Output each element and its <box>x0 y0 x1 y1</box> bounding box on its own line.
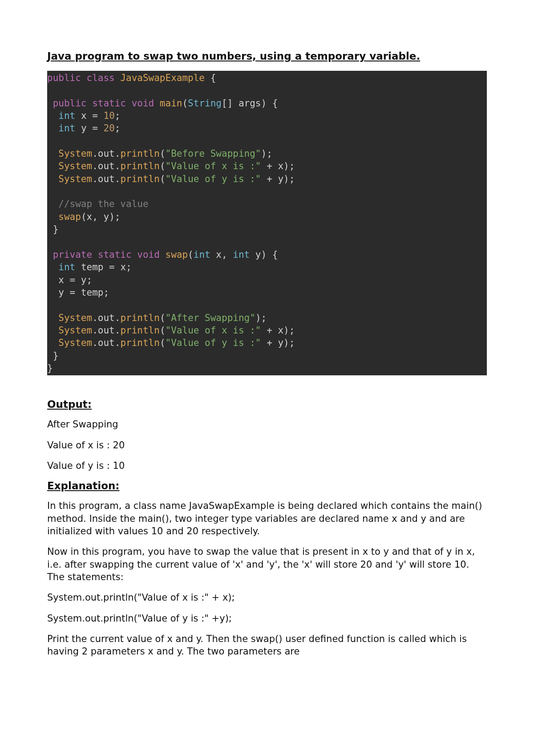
explanation-para: Now in this program, you have to swap th… <box>47 545 487 583</box>
code-id: y <box>278 174 283 184</box>
code-dot: . <box>115 313 121 323</box>
code-punct: ( <box>182 98 188 109</box>
code-indent <box>47 161 58 171</box>
code-indent <box>47 199 58 209</box>
code-class: System <box>58 313 92 323</box>
code-indent <box>47 148 58 159</box>
output-heading: Output: <box>47 398 487 410</box>
code-string: "Before Swapping" <box>166 148 261 159</box>
code-indent <box>47 337 58 348</box>
code-punct: ); <box>283 337 295 348</box>
code-punct: ); <box>283 325 295 336</box>
code-class: System <box>58 325 92 336</box>
code-punct: ); <box>283 174 295 184</box>
code-punct: ); <box>255 313 267 323</box>
code-id: y <box>103 211 109 222</box>
code-class: System <box>58 161 92 171</box>
code-string: "Value of y is :" <box>166 337 261 348</box>
code-op: = <box>92 110 98 121</box>
explanation-heading: Explanation: <box>47 480 487 492</box>
code-dot: . <box>92 337 98 348</box>
code-string: "Value of x is :" <box>166 161 261 171</box>
code-punct: ) { <box>261 98 278 109</box>
code-id: args <box>239 98 261 109</box>
code-fn: println <box>120 325 160 336</box>
code-dot: . <box>115 161 121 171</box>
code-punct: [] <box>222 98 239 109</box>
code-punct: ; <box>115 123 121 134</box>
code-indent <box>47 325 58 336</box>
code-dot: . <box>115 337 121 348</box>
code-id: x <box>87 211 93 222</box>
code-indent <box>47 123 58 134</box>
code-line: y = temp; <box>47 287 109 298</box>
code-fn: println <box>120 148 160 159</box>
code-dot: . <box>92 161 98 171</box>
code-dot: . <box>115 148 121 159</box>
explanation-code-line: System.out.println("Value of x is :" + x… <box>47 591 487 604</box>
code-type: int <box>58 262 75 272</box>
code-id: x <box>278 325 283 336</box>
code-number: 10 <box>103 110 114 121</box>
code-fn: swap <box>58 211 81 222</box>
code-indent <box>47 313 58 323</box>
code-punct: { <box>205 73 216 83</box>
code-punct: ( <box>160 325 166 336</box>
code-class: JavaSwapExample <box>115 73 205 83</box>
code-fn: println <box>120 161 160 171</box>
code-op: = <box>92 123 98 134</box>
code-dot: . <box>115 325 121 336</box>
code-op: + <box>261 161 278 171</box>
code-id: x <box>75 110 92 121</box>
code-dot: . <box>92 174 98 184</box>
code-dot: . <box>92 313 98 323</box>
explanation-code-line: System.out.println("Value of y is :" +y)… <box>47 612 487 625</box>
code-punct: ); <box>109 211 120 222</box>
code-string: "After Swapping" <box>166 313 255 323</box>
code-indent <box>47 211 58 222</box>
code-class: System <box>58 174 92 184</box>
code-id: y <box>75 123 92 134</box>
code-keyword: public static void <box>47 98 154 109</box>
page-title: Java program to swap two numbers, using … <box>47 50 487 62</box>
code-id: x <box>278 161 283 171</box>
explanation-para: Print the current value of x and y. Then… <box>47 633 487 658</box>
code-punct: ; <box>115 110 121 121</box>
code-op: + <box>261 325 278 336</box>
code-id: out <box>98 313 115 323</box>
code-brace: } <box>47 363 53 374</box>
code-indent <box>47 262 58 272</box>
code-fn: println <box>120 313 160 323</box>
output-line: After Swapping <box>47 418 487 431</box>
code-punct: , <box>222 249 233 260</box>
code-type: int <box>58 110 75 121</box>
code-id: out <box>98 337 115 348</box>
code-type: String <box>188 98 222 109</box>
code-keyword: public class <box>47 73 115 83</box>
code-sp <box>98 110 104 121</box>
code-comment: //swap the value <box>58 199 148 209</box>
code-punct: ); <box>283 161 295 171</box>
code-punct: , <box>92 211 103 222</box>
code-type: int <box>233 249 250 260</box>
code-id: out <box>98 325 115 336</box>
code-fn: println <box>120 337 160 348</box>
code-type: int <box>194 249 210 260</box>
output-line: Value of y is : 10 <box>47 459 487 472</box>
code-sp <box>98 123 104 134</box>
explanation-para: In this program, a class name JavaSwapEx… <box>47 500 487 537</box>
output-line: Value of x is : 20 <box>47 439 487 451</box>
code-string: "Value of y is :" <box>166 174 261 184</box>
code-indent <box>47 174 58 184</box>
code-block: public class JavaSwapExample { public st… <box>47 71 487 375</box>
code-brace: } <box>47 224 58 235</box>
code-dot: . <box>92 148 98 159</box>
code-fn: println <box>120 174 160 184</box>
code-id: y <box>278 337 283 348</box>
code-punct: ( <box>160 337 166 348</box>
code-class: System <box>58 148 92 159</box>
code-line: x = y; <box>47 275 92 285</box>
code-id: y <box>250 249 261 260</box>
code-dot: . <box>92 325 98 336</box>
code-id: out <box>98 174 115 184</box>
